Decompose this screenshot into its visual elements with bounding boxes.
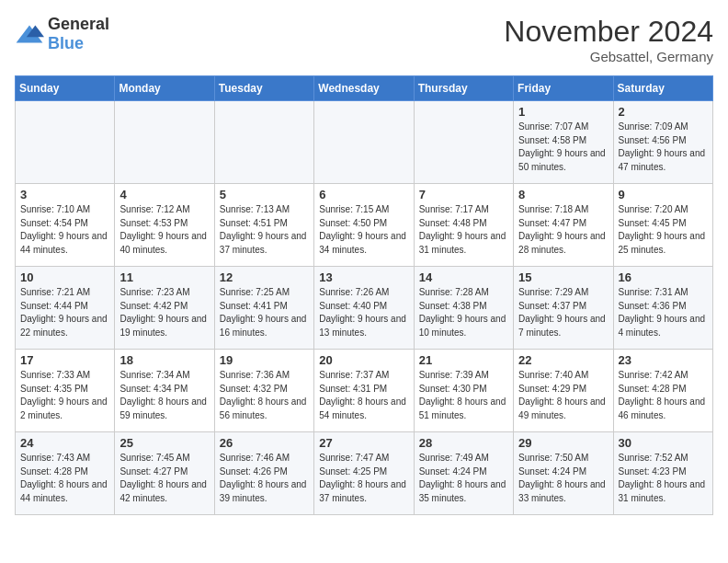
calendar-cell: 15 Sunrise: 7:29 AMSunset: 4:37 PMDaylig… bbox=[514, 267, 613, 350]
header-wednesday: Wednesday bbox=[314, 76, 414, 101]
header-monday: Monday bbox=[115, 76, 214, 101]
calendar-cell: 23 Sunrise: 7:42 AMSunset: 4:28 PMDaylig… bbox=[613, 350, 712, 432]
logo-general-text: General bbox=[48, 15, 109, 33]
calendar-cell: 30 Sunrise: 7:52 AMSunset: 4:23 PMDaylig… bbox=[613, 432, 712, 515]
day-info: Sunrise: 7:34 AMSunset: 4:34 PMDaylight:… bbox=[119, 369, 209, 422]
day-number: 30 bbox=[619, 436, 708, 450]
calendar-week-row: 10 Sunrise: 7:21 AMSunset: 4:44 PMDaylig… bbox=[16, 267, 713, 350]
day-info: Sunrise: 7:17 AMSunset: 4:48 PMDaylight:… bbox=[419, 203, 508, 257]
day-info: Sunrise: 7:46 AMSunset: 4:26 PMDaylight:… bbox=[220, 452, 309, 505]
day-number: 20 bbox=[319, 353, 408, 367]
calendar-cell: 21 Sunrise: 7:39 AMSunset: 4:30 PMDaylig… bbox=[414, 350, 513, 432]
day-number: 4 bbox=[119, 188, 209, 201]
calendar-cell bbox=[414, 101, 513, 184]
calendar-week-row: 17 Sunrise: 7:33 AMSunset: 4:35 PMDaylig… bbox=[16, 350, 713, 432]
day-number: 23 bbox=[619, 353, 708, 367]
calendar-cell: 22 Sunrise: 7:40 AMSunset: 4:29 PMDaylig… bbox=[514, 350, 613, 432]
day-info: Sunrise: 7:29 AMSunset: 4:37 PMDaylight:… bbox=[518, 286, 608, 339]
calendar-cell: 11 Sunrise: 7:23 AMSunset: 4:42 PMDaylig… bbox=[115, 267, 214, 350]
day-number: 1 bbox=[518, 105, 608, 119]
calendar-cell: 2 Sunrise: 7:09 AMSunset: 4:56 PMDayligh… bbox=[613, 101, 712, 184]
day-number: 15 bbox=[518, 270, 608, 284]
day-info: Sunrise: 7:18 AMSunset: 4:47 PMDaylight:… bbox=[518, 203, 608, 257]
day-info: Sunrise: 7:33 AMSunset: 4:35 PMDaylight:… bbox=[20, 369, 109, 422]
day-number: 29 bbox=[518, 436, 608, 450]
weekday-row: Sunday Monday Tuesday Wednesday Thursday… bbox=[16, 76, 713, 101]
calendar-cell: 13 Sunrise: 7:26 AMSunset: 4:40 PMDaylig… bbox=[314, 267, 414, 350]
day-number: 22 bbox=[518, 353, 608, 367]
day-info: Sunrise: 7:15 AMSunset: 4:50 PMDaylight:… bbox=[319, 203, 408, 257]
day-number: 7 bbox=[419, 188, 508, 201]
day-info: Sunrise: 7:09 AMSunset: 4:56 PMDaylight:… bbox=[619, 121, 708, 174]
calendar-cell: 26 Sunrise: 7:46 AMSunset: 4:26 PMDaylig… bbox=[214, 432, 313, 515]
calendar-cell: 28 Sunrise: 7:49 AMSunset: 4:24 PMDaylig… bbox=[414, 432, 513, 515]
calendar-cell: 18 Sunrise: 7:34 AMSunset: 4:34 PMDaylig… bbox=[115, 350, 214, 432]
calendar-cell: 25 Sunrise: 7:45 AMSunset: 4:27 PMDaylig… bbox=[115, 432, 214, 515]
day-info: Sunrise: 7:23 AMSunset: 4:42 PMDaylight:… bbox=[119, 286, 209, 339]
day-info: Sunrise: 7:28 AMSunset: 4:38 PMDaylight:… bbox=[419, 286, 508, 339]
calendar-cell: 29 Sunrise: 7:50 AMSunset: 4:24 PMDaylig… bbox=[514, 432, 613, 515]
day-number: 24 bbox=[20, 436, 109, 450]
day-info: Sunrise: 7:10 AMSunset: 4:54 PMDaylight:… bbox=[20, 203, 109, 257]
day-number: 25 bbox=[119, 436, 209, 450]
day-number: 17 bbox=[20, 353, 109, 367]
calendar-cell: 24 Sunrise: 7:43 AMSunset: 4:28 PMDaylig… bbox=[16, 432, 115, 515]
calendar-table: Sunday Monday Tuesday Wednesday Thursday… bbox=[15, 75, 713, 515]
calendar-cell: 20 Sunrise: 7:37 AMSunset: 4:31 PMDaylig… bbox=[314, 350, 414, 432]
location: Gebsattel, Germany bbox=[504, 49, 713, 64]
calendar-cell: 19 Sunrise: 7:36 AMSunset: 4:32 PMDaylig… bbox=[214, 350, 313, 432]
day-info: Sunrise: 7:26 AMSunset: 4:40 PMDaylight:… bbox=[319, 286, 408, 339]
day-info: Sunrise: 7:12 AMSunset: 4:53 PMDaylight:… bbox=[119, 203, 209, 257]
title-area: November 2024 Gebsattel, Germany bbox=[504, 15, 713, 64]
calendar-cell bbox=[115, 101, 214, 184]
month-title: November 2024 bbox=[504, 15, 713, 49]
calendar-cell: 16 Sunrise: 7:31 AMSunset: 4:36 PMDaylig… bbox=[613, 267, 712, 350]
calendar-cell: 27 Sunrise: 7:47 AMSunset: 4:25 PMDaylig… bbox=[314, 432, 414, 515]
day-number: 11 bbox=[119, 270, 209, 284]
day-info: Sunrise: 7:39 AMSunset: 4:30 PMDaylight:… bbox=[419, 369, 508, 422]
calendar-cell: 14 Sunrise: 7:28 AMSunset: 4:38 PMDaylig… bbox=[414, 267, 513, 350]
calendar-cell bbox=[16, 101, 115, 184]
calendar-cell: 10 Sunrise: 7:21 AMSunset: 4:44 PMDaylig… bbox=[16, 267, 115, 350]
day-info: Sunrise: 7:21 AMSunset: 4:44 PMDaylight:… bbox=[20, 286, 109, 339]
logo-icon bbox=[15, 21, 44, 47]
day-info: Sunrise: 7:25 AMSunset: 4:41 PMDaylight:… bbox=[220, 286, 309, 339]
day-number: 5 bbox=[220, 188, 309, 201]
day-info: Sunrise: 7:45 AMSunset: 4:27 PMDaylight:… bbox=[119, 452, 209, 505]
day-number: 21 bbox=[419, 353, 508, 367]
day-number: 18 bbox=[119, 353, 209, 367]
day-info: Sunrise: 7:40 AMSunset: 4:29 PMDaylight:… bbox=[518, 369, 608, 422]
calendar-cell: 9 Sunrise: 7:20 AMSunset: 4:45 PMDayligh… bbox=[613, 184, 712, 267]
day-number: 12 bbox=[220, 270, 309, 284]
calendar-cell: 4 Sunrise: 7:12 AMSunset: 4:53 PMDayligh… bbox=[115, 184, 214, 267]
day-info: Sunrise: 7:13 AMSunset: 4:51 PMDaylight:… bbox=[220, 203, 309, 257]
calendar-cell: 1 Sunrise: 7:07 AMSunset: 4:58 PMDayligh… bbox=[514, 101, 613, 184]
day-number: 13 bbox=[319, 270, 408, 284]
day-number: 3 bbox=[20, 188, 109, 201]
day-number: 26 bbox=[220, 436, 309, 450]
day-number: 27 bbox=[319, 436, 408, 450]
calendar-week-row: 1 Sunrise: 7:07 AMSunset: 4:58 PMDayligh… bbox=[16, 101, 713, 184]
logo: General Blue bbox=[15, 15, 109, 53]
day-info: Sunrise: 7:43 AMSunset: 4:28 PMDaylight:… bbox=[20, 452, 109, 505]
logo-blue-text: Blue bbox=[48, 34, 84, 52]
calendar-week-row: 3 Sunrise: 7:10 AMSunset: 4:54 PMDayligh… bbox=[16, 184, 713, 267]
day-info: Sunrise: 7:07 AMSunset: 4:58 PMDaylight:… bbox=[518, 121, 608, 174]
day-info: Sunrise: 7:42 AMSunset: 4:28 PMDaylight:… bbox=[619, 369, 708, 422]
calendar-cell: 6 Sunrise: 7:15 AMSunset: 4:50 PMDayligh… bbox=[314, 184, 414, 267]
header-thursday: Thursday bbox=[414, 76, 513, 101]
calendar-body: 1 Sunrise: 7:07 AMSunset: 4:58 PMDayligh… bbox=[16, 101, 713, 515]
day-info: Sunrise: 7:37 AMSunset: 4:31 PMDaylight:… bbox=[319, 369, 408, 422]
day-number: 2 bbox=[619, 105, 708, 119]
day-number: 19 bbox=[220, 353, 309, 367]
day-number: 28 bbox=[419, 436, 508, 450]
day-info: Sunrise: 7:52 AMSunset: 4:23 PMDaylight:… bbox=[619, 452, 708, 505]
header-tuesday: Tuesday bbox=[214, 76, 313, 101]
calendar-cell: 17 Sunrise: 7:33 AMSunset: 4:35 PMDaylig… bbox=[16, 350, 115, 432]
day-info: Sunrise: 7:20 AMSunset: 4:45 PMDaylight:… bbox=[619, 203, 708, 257]
day-number: 9 bbox=[619, 188, 708, 201]
calendar-cell bbox=[314, 101, 414, 184]
calendar-cell: 5 Sunrise: 7:13 AMSunset: 4:51 PMDayligh… bbox=[214, 184, 313, 267]
day-info: Sunrise: 7:31 AMSunset: 4:36 PMDaylight:… bbox=[619, 286, 708, 339]
calendar-cell: 12 Sunrise: 7:25 AMSunset: 4:41 PMDaylig… bbox=[214, 267, 313, 350]
